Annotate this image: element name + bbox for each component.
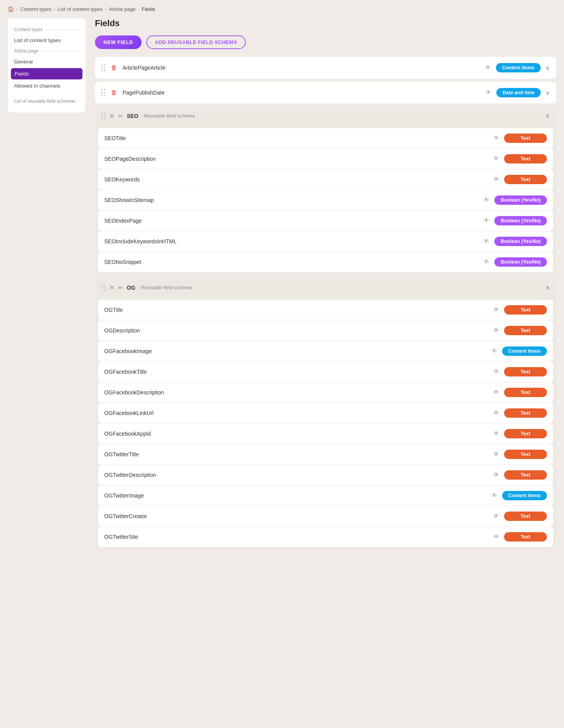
field-type-badge[interactable]: Text [504, 512, 547, 521]
chevron-down-icon[interactable]: ∨ [545, 64, 550, 72]
field-type-badge[interactable]: Content items [502, 346, 547, 356]
field-name: SEOIncludeKeywordsInHTML [104, 238, 479, 244]
drag-handle[interactable] [101, 113, 105, 120]
field-name: OGFacebookDescription [104, 389, 489, 396]
eye-icon[interactable]: 👁 [493, 513, 499, 520]
field-type-badge[interactable]: Text [504, 134, 547, 143]
field-type-badge[interactable]: Text [504, 450, 547, 459]
field-type-badge[interactable]: Text [504, 470, 547, 480]
main-content: Fields NEW FIELD ADD REUSABLE FIELD SCHE… [86, 18, 556, 550]
sidebar-section-article-page: Article page [8, 46, 86, 56]
eye-icon[interactable]: 👁 [483, 258, 490, 266]
table-row: OGFacebookLinkUrl 👁 Text [98, 403, 553, 423]
breadcrumb-sep: › [105, 7, 107, 12]
schema-header-og: ✕ ✏ OG Reusable field schema ∧ [95, 278, 556, 297]
table-row: SEOIncludeKeywordsInHTML 👁 Boolean (Yes/… [98, 231, 553, 251]
table-row: 🗑 ArticlePageArticle 👁 Content items ∨ [95, 57, 556, 79]
breadcrumb-sep: › [16, 7, 18, 12]
breadcrumb-article-page[interactable]: Article page [109, 6, 136, 12]
chevron-up-icon[interactable]: ∧ [545, 284, 550, 291]
field-type-badge[interactable]: Text [504, 429, 547, 438]
field-name: SEOTitle [104, 135, 489, 141]
schema-short-label: SEO [127, 113, 138, 119]
eye-icon[interactable]: 👁 [493, 430, 499, 437]
eye-icon[interactable]: 👁 [485, 64, 491, 71]
table-row: OGFacebookDescription 👁 Text [98, 382, 553, 403]
eye-icon[interactable]: 👁 [493, 389, 499, 396]
field-name: OGTitle [104, 307, 489, 313]
field-type-badge[interactable]: Boolean (Yes/No) [494, 195, 547, 205]
breadcrumb-list-content-types[interactable]: List of content types [58, 6, 103, 12]
field-type-badge[interactable]: Text [504, 154, 547, 164]
table-row: SEOShowInSitemap 👁 Boolean (Yes/No) [98, 190, 553, 210]
field-name: OGFacebookTitle [104, 369, 489, 375]
table-row: OGFacebookTitle 👁 Text [98, 362, 553, 382]
eye-icon[interactable]: 👁 [493, 451, 499, 458]
delete-icon[interactable]: 🗑 [110, 64, 118, 71]
table-row: OGTwitterDescription 👁 Text [98, 465, 553, 485]
eye-icon[interactable]: 👁 [493, 155, 499, 162]
field-type-badge[interactable]: Text [504, 532, 547, 542]
edit-icon[interactable]: ✏ [118, 285, 123, 291]
fields-container: 🗑 ArticlePageArticle 👁 Content items ∨ 🗑… [95, 57, 556, 550]
field-type-badge[interactable]: Text [504, 388, 547, 397]
table-row: OGDescription 👁 Text [98, 320, 553, 341]
table-row: SEOKeywords 👁 Text [98, 169, 553, 190]
eye-icon[interactable]: 👁 [491, 348, 497, 355]
field-name: OGFacebookLinkUrl [104, 410, 489, 416]
eye-icon[interactable]: 👁 [491, 492, 497, 499]
delete-icon[interactable]: 🗑 [110, 89, 118, 96]
seo-schema-section: ✕ ✏ SEO Reusable field schema ∧ SEOTitle… [95, 107, 556, 275]
eye-icon[interactable]: 👁 [493, 533, 499, 540]
close-icon[interactable]: ✕ [109, 112, 114, 120]
close-icon[interactable]: ✕ [109, 284, 114, 291]
field-type-badge[interactable]: Text [504, 175, 547, 184]
field-type-badge[interactable]: Boolean (Yes/No) [494, 237, 547, 246]
sidebar-item-fields[interactable]: Fields [11, 68, 82, 79]
chevron-down-icon[interactable]: ∨ [545, 89, 550, 97]
field-name: OGTwitterSite [104, 534, 489, 540]
eye-icon[interactable]: 👁 [483, 217, 490, 224]
table-row: OGFacebookAppId 👁 Text [98, 424, 553, 444]
table-row: SEOPageDescription 👁 Text [98, 149, 553, 169]
sidebar-item-allowed-in-channels[interactable]: Allowed in channels [8, 80, 86, 91]
field-type-badge[interactable]: Content items [496, 63, 541, 72]
home-icon[interactable]: 🏠 [8, 6, 14, 12]
seo-schema-fields: SEOTitle 👁 Text SEOPageDescription 👁 Tex… [95, 125, 556, 275]
new-field-button[interactable]: NEW FIELD [95, 35, 142, 49]
schema-short-label: OG [127, 285, 135, 291]
eye-icon[interactable]: 👁 [493, 410, 499, 417]
drag-handle[interactable] [101, 64, 105, 71]
field-type-badge[interactable]: Boolean (Yes/No) [494, 257, 547, 267]
eye-icon[interactable]: 👁 [493, 306, 499, 313]
edit-icon[interactable]: ✏ [118, 113, 123, 119]
add-reusable-field-schema-button[interactable]: ADD REUSABLE FIELD SCHEMA [146, 35, 246, 49]
sidebar: Content types List of content types Arti… [8, 18, 86, 113]
eye-icon[interactable]: 👁 [485, 89, 492, 96]
field-type-badge[interactable]: Boolean (Yes/No) [494, 216, 547, 225]
table-row: SEOIndexPage 👁 Boolean (Yes/No) [98, 211, 553, 231]
eye-icon[interactable]: 👁 [493, 471, 499, 478]
sidebar-item-list-content-types[interactable]: List of content types [8, 35, 86, 46]
drag-handle[interactable] [101, 89, 105, 96]
eye-icon[interactable]: 👁 [493, 176, 499, 183]
field-name: OGTwitterDescription [104, 472, 489, 478]
field-type-badge[interactable]: Text [504, 305, 547, 315]
field-type-badge[interactable]: Date and time [496, 88, 541, 97]
table-row: OGTwitterImage 👁 Content items [98, 485, 553, 506]
eye-icon[interactable]: 👁 [493, 368, 499, 375]
eye-icon[interactable]: 👁 [493, 135, 499, 142]
field-type-badge[interactable]: Text [504, 326, 547, 335]
sidebar-section-reusable: List of reusable field schemas [8, 96, 86, 106]
field-type-badge[interactable]: Text [504, 367, 547, 376]
eye-icon[interactable]: 👁 [483, 197, 490, 204]
field-type-badge[interactable]: Text [504, 408, 547, 418]
breadcrumb-content-types[interactable]: Content types [20, 6, 51, 12]
eye-icon[interactable]: 👁 [493, 327, 499, 334]
drag-handle[interactable] [101, 284, 105, 291]
breadcrumb-sep: › [138, 7, 140, 12]
chevron-up-icon[interactable]: ∧ [545, 112, 550, 120]
sidebar-item-general[interactable]: General [8, 56, 86, 67]
eye-icon[interactable]: 👁 [483, 238, 490, 245]
field-type-badge[interactable]: Content items [502, 491, 547, 500]
